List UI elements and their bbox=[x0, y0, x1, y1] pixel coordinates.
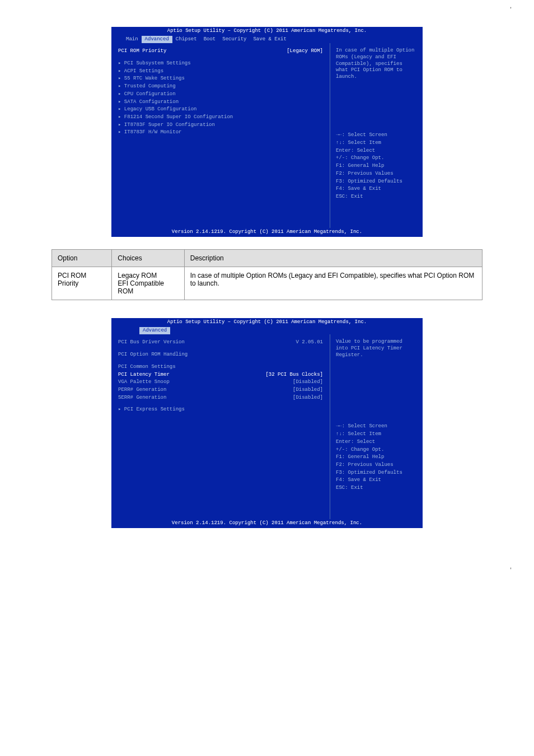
th-choices: Choices bbox=[112, 250, 184, 267]
bios2-left-pane: PCI Bus Driver Version V 2.05.01 PCI Opt… bbox=[111, 334, 330, 519]
bios1-help-text: In case of multiple Option ROMs (Legacy … bbox=[336, 48, 417, 132]
pci-option-rom-row: PCI Option ROM Handling bbox=[118, 351, 323, 359]
legend2-change-opt: +/-: Change Opt. bbox=[336, 446, 417, 454]
legend2-select-screen: →←: Select Screen bbox=[336, 423, 417, 431]
legend2-select-item: ↑↓: Select Item bbox=[336, 431, 417, 438]
submenu-acpi[interactable]: ACPI Settings bbox=[118, 68, 323, 76]
tab-chipset[interactable]: Chipset bbox=[172, 36, 200, 44]
submenu-pci-subsystem[interactable]: PCI Subsystem Settings bbox=[118, 60, 323, 68]
vga-palette-value: [Disabled] bbox=[293, 379, 323, 386]
bios-screenshot-2: Aptio Setup Utility – Copyright (C) 2011… bbox=[110, 317, 424, 529]
submenu-it8783f-hw[interactable]: IT8783F H/W Monitor bbox=[118, 129, 323, 137]
bios2-right-pane: Value to be programmed into PCI Latency … bbox=[330, 334, 423, 519]
pci-option-rom-label: PCI Option ROM Handling bbox=[118, 352, 323, 358]
option-description-table: Option Choices Description PCI ROM Prior… bbox=[51, 249, 483, 300]
legend2-enter: Enter: Select bbox=[336, 438, 417, 446]
legend2-f1: F1: General Help bbox=[336, 454, 417, 461]
pci-common-settings-row: PCI Common Settings bbox=[118, 363, 323, 371]
bios1-title: Aptio Setup Utility – Copyright (C) 2011… bbox=[111, 27, 423, 36]
perr-label: PERR# Generation bbox=[118, 387, 293, 394]
legend2-f3: F3: Optimized Defaults bbox=[336, 469, 417, 477]
legend-change-opt: +/-: Change Opt. bbox=[336, 155, 417, 162]
cell-description: In case of multiple Option ROMs (Legacy … bbox=[184, 267, 482, 300]
bios2-help-text: Value to be programmed into PCI Latency … bbox=[336, 339, 417, 423]
submenu-pci-express[interactable]: PCI Express Settings bbox=[118, 406, 323, 414]
page-top-marker: , bbox=[0, 0, 534, 9]
legend-select-screen: →←: Select Screen bbox=[336, 132, 417, 139]
serr-label: SERR# Generation bbox=[118, 395, 293, 402]
pci-bus-driver-row: PCI Bus Driver Version V 2.05.01 bbox=[118, 339, 323, 347]
selected-option-row[interactable]: PCI ROM Priority [Legacy ROM] bbox=[118, 48, 323, 55]
submenu-trusted-computing[interactable]: Trusted Computing bbox=[118, 83, 323, 91]
legend-f4: F4: Save & Exit bbox=[336, 185, 417, 193]
tab-save-exit[interactable]: Save & Exit bbox=[250, 36, 289, 44]
legend2-esc: ESC: Exit bbox=[336, 484, 417, 492]
legend-select-item: ↑↓: Select Item bbox=[336, 139, 417, 147]
tab-boot[interactable]: Boot bbox=[200, 36, 219, 44]
th-option: Option bbox=[52, 250, 112, 267]
vga-palette-label: VGA Palette Snoop bbox=[118, 379, 293, 386]
submenu-cpu-config[interactable]: CPU Configuration bbox=[118, 91, 323, 99]
legend-f3: F3: Optimized Defaults bbox=[336, 178, 417, 186]
bios2-tabs: Advanced bbox=[111, 327, 423, 335]
bios2-footer: Version 2.14.1219. Copyright (C) 2011 Am… bbox=[111, 519, 423, 528]
bios-screenshot-1: Aptio Setup Utility – Copyright (C) 2011… bbox=[110, 26, 424, 238]
pci-bus-driver-label: PCI Bus Driver Version bbox=[118, 339, 296, 346]
selected-option-value: [Legacy ROM] bbox=[287, 48, 323, 55]
tab-advanced-2[interactable]: Advanced bbox=[139, 327, 170, 335]
serr-row[interactable]: SERR# Generation [Disabled] bbox=[118, 394, 323, 402]
cell-choices: Legacy ROM EFI Compatible ROM bbox=[112, 267, 184, 300]
th-description: Description bbox=[184, 250, 482, 267]
legend2-f4: F4: Save & Exit bbox=[336, 477, 417, 484]
perr-row[interactable]: PERR# Generation [Disabled] bbox=[118, 386, 323, 394]
perr-value: [Disabled] bbox=[293, 387, 323, 394]
tab-advanced[interactable]: Advanced bbox=[142, 36, 172, 44]
bios1-right-pane: In case of multiple Option ROMs (Legacy … bbox=[330, 43, 423, 228]
bios1-tabs: Main Advanced Chipset Boot Security Save… bbox=[111, 36, 423, 44]
cell-option: PCI ROM Priority bbox=[52, 267, 112, 300]
legend2-f2: F2: Previous Values bbox=[336, 461, 417, 469]
bios1-body: PCI ROM Priority [Legacy ROM] PCI Subsys… bbox=[111, 43, 423, 228]
legend-f1: F1: General Help bbox=[336, 162, 417, 170]
table-header-row: Option Choices Description bbox=[52, 250, 483, 267]
tab-main[interactable]: Main bbox=[123, 36, 142, 44]
submenu-legacy-usb[interactable]: Legacy USB Configuration bbox=[118, 106, 323, 114]
serr-value: [Disabled] bbox=[293, 395, 323, 402]
pci-latency-label: PCI Latency Timer bbox=[118, 372, 265, 379]
pci-latency-row[interactable]: PCI Latency Timer [32 PCI Bus Clocks] bbox=[118, 371, 323, 379]
legend-f2: F2: Previous Values bbox=[336, 170, 417, 178]
selected-option-label: PCI ROM Priority bbox=[118, 48, 287, 55]
vga-palette-row[interactable]: VGA Palette Snoop [Disabled] bbox=[118, 379, 323, 386]
bios2-title: Aptio Setup Utility – Copyright (C) 2011… bbox=[111, 318, 423, 327]
pci-common-settings-label: PCI Common Settings bbox=[118, 364, 323, 371]
legend-esc: ESC: Exit bbox=[336, 193, 417, 201]
submenu-f81214[interactable]: F81214 Second Super IO Configuration bbox=[118, 114, 323, 122]
pci-bus-driver-value: V 2.05.01 bbox=[296, 339, 323, 346]
submenu-sata-config[interactable]: SATA Configuration bbox=[118, 99, 323, 106]
tab-security[interactable]: Security bbox=[219, 36, 250, 44]
bios1-footer: Version 2.14.1219. Copyright (C) 2011 Am… bbox=[111, 228, 423, 237]
submenu-s5-rtc[interactable]: S5 RTC Wake Settings bbox=[118, 75, 323, 83]
page-bottom-marker: , bbox=[0, 540, 534, 581]
bios1-left-pane: PCI ROM Priority [Legacy ROM] PCI Subsys… bbox=[111, 43, 330, 228]
pci-latency-value: [32 PCI Bus Clocks] bbox=[265, 372, 323, 379]
submenu-it8783f-io[interactable]: IT8783F Super IO Configuration bbox=[118, 122, 323, 129]
table-row: PCI ROM Priority Legacy ROM EFI Compatib… bbox=[52, 267, 483, 300]
legend-enter: Enter: Select bbox=[336, 147, 417, 155]
bios1-legend: →←: Select Screen ↑↓: Select Item Enter:… bbox=[336, 132, 417, 200]
bios2-legend: →←: Select Screen ↑↓: Select Item Enter:… bbox=[336, 423, 417, 492]
bios2-body: PCI Bus Driver Version V 2.05.01 PCI Opt… bbox=[111, 334, 423, 519]
